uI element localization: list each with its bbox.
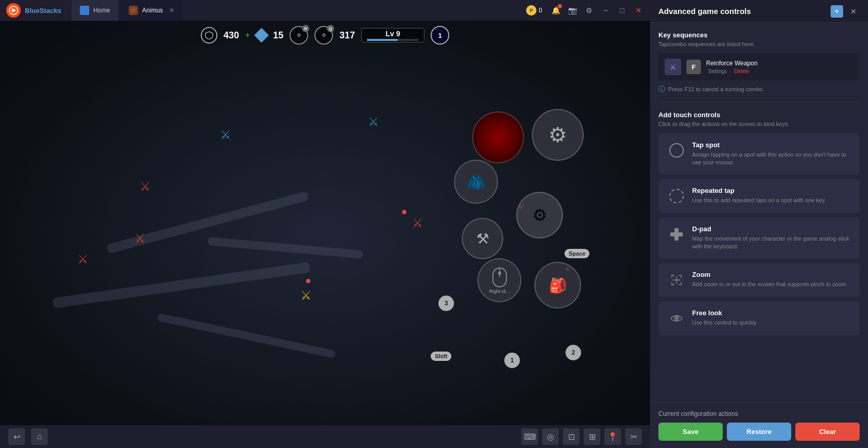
level-fill [367,39,398,41]
hud-skill-r[interactable]: ⚙ R [290,26,308,45]
free-look-card[interactable]: Free look Use this control to quickly [658,301,860,335]
ks-icon-char: ⚔ [670,63,677,71]
tap-spot-title: Tap spot [692,141,851,149]
game-area: 430 + 15 ⚙ R ⚙ Q 317 Lv 9 1 [0,21,650,448]
key-sequence-item[interactable]: ⚔ F Reinforce Weapon Settings Delete [658,53,860,80]
shield-marker-5[interactable]: ⚔ [407,213,428,233]
notification-btn[interactable]: 🔔 [548,3,563,18]
ks-icon: ⚔ [665,59,681,75]
ks-delete-btn[interactable]: Delete [732,68,751,75]
space-key-label[interactable]: Space [564,249,589,258]
zoom-title: Zoom [692,271,851,278]
box-icon: 🎒 [549,277,567,294]
panel-header-actions: + ✕ [831,5,860,18]
save-button[interactable]: Save [658,423,723,441]
animus-tab-icon [129,6,138,15]
panel-footer: Current configuration actions Save Resto… [650,402,868,448]
key-sequences-subtitle: Tap/combo sequences are listed here. [658,41,860,47]
shield-marker-3[interactable]: ⚔ [363,111,384,132]
panel-header: Advanced game controls + ✕ [650,0,868,23]
config-actions-title: Current configuration actions [658,410,860,417]
shield-marker-7[interactable]: ⚔ [73,249,93,270]
box-circle-control[interactable]: 🎒 [534,262,581,309]
repeated-tap-icon [667,187,686,205]
camera-btn[interactable]: ◎ [542,428,559,445]
ks-name: Reinforce Weapon [706,60,853,67]
settings-btn[interactable]: ⚙ [582,3,596,18]
hud-diamond-icon [254,28,269,43]
shield-marker-4[interactable]: ⚔ [130,228,150,249]
ks-key-badge: F [686,60,701,74]
free-look-title: Free look [692,309,851,317]
red-orb-control[interactable] [472,111,524,163]
add-sequence-btn[interactable]: + [831,5,843,18]
coins-value: 0 [539,7,542,14]
grid-btn[interactable]: ⊞ [584,428,600,445]
tab-home[interactable]: Home [72,0,118,21]
divider-1 [658,102,860,103]
close-btn[interactable]: ✕ [631,3,646,18]
tap-spot-card[interactable]: Tap spot Assign tapping on a spot with t… [658,133,860,175]
bluestacks-logo [6,3,21,18]
zoom-card[interactable]: Zoom Add zoom in or out to the screen th… [658,263,860,297]
home-tab-icon [80,6,89,15]
svg-point-4 [498,272,501,275]
title-bar-actions: P 0 🔔 📷 ⚙ − □ ✕ [522,3,650,18]
maximize-btn[interactable]: □ [615,3,629,18]
title-bar: BlueStacks Home Animus ✕ P 0 🔔 📷 ⚙ − □ ✕ [0,0,650,21]
hud-level-text: Lv 9 [385,30,400,38]
num-circle-2[interactable]: 2 [566,345,581,360]
skill-r-key: R [302,25,309,32]
num-circle-3[interactable]: 3 [438,296,454,311]
gear-small-circle[interactable]: ⚙ [516,192,563,239]
shield-marker-6[interactable]: ⚔ [296,285,316,306]
back-btn[interactable]: ↩ [8,428,25,445]
zoom-icon [669,273,684,287]
hud-plus-icon: + [245,31,250,40]
repeated-tap-card[interactable]: Repeated tap Use this to add repeated ta… [658,179,860,213]
dot-marker-4 [306,279,310,283]
hud-badge: 1 [431,26,449,45]
tap-spot-text: Tap spot Assign tapping on a spot with t… [692,141,851,167]
hud-skill-q[interactable]: ⚙ Q [314,26,333,45]
panel-close-btn[interactable]: ✕ [847,5,860,18]
dpad-card[interactable]: D-pad Map the movement of your character… [658,217,860,259]
tap-spot-circle [669,143,684,158]
clear-button[interactable]: Clear [795,423,860,441]
free-look-desc: Use this control to quickly [692,319,851,327]
figure-circle-control[interactable]: 🧥 [454,160,498,204]
app-name: BlueStacks [25,7,61,15]
dpad-desc: Map the movement of your character or th… [692,235,851,251]
free-look-icon [669,311,684,326]
svg-point-6 [676,317,678,319]
camera-btn[interactable]: 📷 [565,3,580,18]
space-key-text: Space [569,250,585,257]
level-bar [367,39,419,41]
pin-btn[interactable]: 📍 [604,428,621,445]
shield-marker-1[interactable]: ⚔ [135,176,156,197]
num-circle-1[interactable]: 1 [504,353,520,368]
coins-icon: P [526,5,536,16]
logo-area: BlueStacks [0,3,67,18]
keyboard-btn[interactable]: ⌨ [521,428,538,445]
tab-animus[interactable]: Animus ✕ [120,0,183,21]
gear-circle-control[interactable]: ⚙ [532,109,584,161]
shift-key-label[interactable]: Shift [431,352,451,361]
hud-level: Lv 9 [361,28,424,43]
key-sequences-section: Key sequences Tap/combo sequences are li… [658,31,860,94]
key-sequences-title: Key sequences [658,31,860,39]
gear-small-icon: ⚙ [532,205,547,225]
game-map[interactable]: 430 + 15 ⚙ R ⚙ Q 317 Lv 9 1 [0,21,650,448]
restore-button[interactable]: Restore [727,423,791,441]
home-btn[interactable]: ⌂ [31,428,48,445]
minimize-btn[interactable]: − [598,3,613,18]
dpad-text: D-pad Map the movement of your character… [692,225,851,251]
tab-close-icon[interactable]: ✕ [169,7,174,14]
rightclick-label: Right cli... [489,289,510,294]
anvil-circle-control[interactable]: ⚒ [462,218,503,259]
ks-settings-btn[interactable]: Settings [706,68,729,75]
screen-btn[interactable]: ⊡ [563,428,580,445]
scissors-btn[interactable]: ✂ [625,428,642,445]
shield-marker-2[interactable]: ⚔ [215,124,236,145]
rightclick-circle[interactable]: Right cli... [477,258,521,302]
